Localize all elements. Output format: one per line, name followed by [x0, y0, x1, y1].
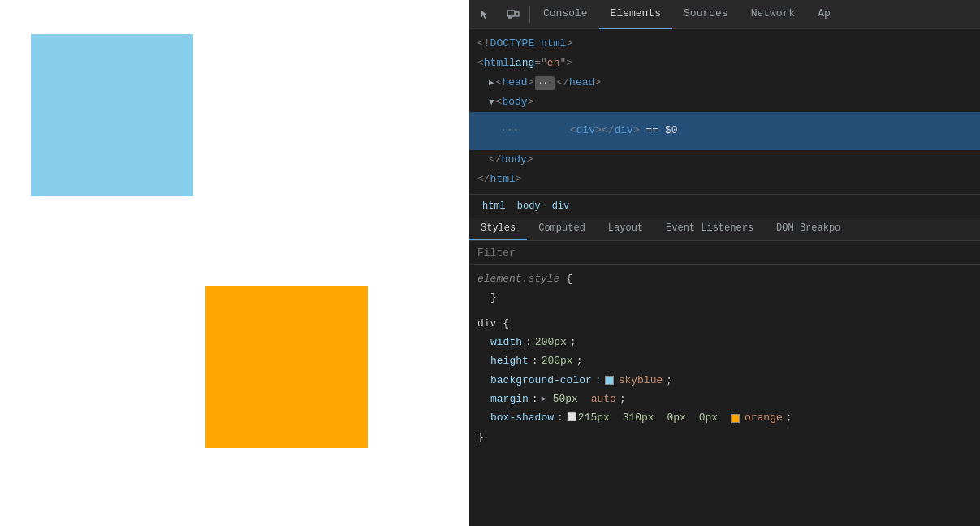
tree-line-div-selected[interactable]: ··· <div></div> == $0 [469, 112, 980, 149]
tab-dom-breakpoints[interactable]: DOM Breakpo [765, 218, 852, 240]
div-css-rule: div { width : 200px ; height : 200px ; [477, 314, 972, 447]
html-tree: <!DOCTYPE html> <html lang="en"> ▶ <head… [469, 29, 980, 194]
box-shadow-color-swatch[interactable] [731, 414, 740, 423]
tree-line-html[interactable]: <html lang="en"> [469, 54, 980, 73]
breadcrumb-div[interactable]: div [547, 199, 575, 213]
breadcrumb-body[interactable]: body [512, 199, 546, 213]
devtools-tab-bar: Console Elements Sources Network Ap [469, 0, 980, 29]
styles-tab-bar: Styles Computed Layout Event Listeners D… [469, 218, 980, 241]
breadcrumb: html body div [469, 194, 980, 218]
orange-box-element [205, 286, 368, 448]
div-selector-line: div { [477, 314, 972, 333]
svg-rect-1 [516, 12, 519, 16]
css-prop-margin: margin : ▶ 50px auto ; [477, 390, 972, 408]
css-prop-background-color: background-color : skyblue ; [477, 371, 972, 390]
tree-line-html-close[interactable]: </html> [469, 170, 980, 189]
element-style-selector: element.style { [477, 269, 972, 288]
tab-separator [529, 6, 530, 23]
tab-styles[interactable]: Styles [469, 218, 527, 240]
elements-panel: <!DOCTYPE html> <html lang="en"> ▶ <head… [469, 29, 980, 526]
box-shadow-expand-icon[interactable]: ⬜ [567, 411, 575, 425]
tab-network[interactable]: Network [740, 0, 807, 29]
tab-ap[interactable]: Ap [806, 0, 842, 29]
svg-rect-0 [507, 11, 515, 16]
tab-console[interactable]: Console [532, 0, 599, 29]
blue-box-element [31, 34, 193, 196]
tab-sources[interactable]: Sources [672, 0, 740, 29]
devtools-panel: Console Elements Sources Network Ap <!DO… [469, 0, 980, 526]
margin-expand-icon[interactable]: ▶ [542, 392, 550, 407]
tree-line-body-open[interactable]: ▼ <body> [469, 93, 980, 112]
css-prop-height: height : 200px ; [477, 351, 972, 370]
tree-line-head[interactable]: ▶ <head> ··· </head> [469, 73, 980, 93]
css-prop-box-shadow: box-shadow : ⬜ 215px 310px 0px 0px orang… [477, 408, 972, 427]
tree-line-body-close[interactable]: </body> [469, 150, 980, 170]
div-rule-close-brace: } [477, 428, 972, 446]
tab-event-listeners[interactable]: Event Listeners [654, 218, 765, 240]
element-style-close-brace: } [477, 288, 972, 307]
background-color-swatch[interactable] [605, 376, 614, 385]
device-emulation-button[interactable] [499, 0, 528, 29]
breadcrumb-html[interactable]: html [477, 199, 511, 213]
css-prop-width: width : 200px ; [477, 333, 972, 351]
filter-input[interactable] [477, 247, 972, 259]
tree-line-doctype[interactable]: <!DOCTYPE html> [469, 34, 980, 54]
tab-elements[interactable]: Elements [599, 0, 672, 29]
cursor-tool-button[interactable] [469, 0, 499, 29]
tab-layout[interactable]: Layout [597, 218, 654, 240]
element-style-rule: element.style { } [477, 269, 972, 308]
tab-computed[interactable]: Computed [527, 218, 597, 240]
css-rules-area: element.style { } div { width : 200px [469, 265, 980, 526]
filter-bar [469, 241, 980, 265]
browser-viewport [0, 0, 469, 526]
